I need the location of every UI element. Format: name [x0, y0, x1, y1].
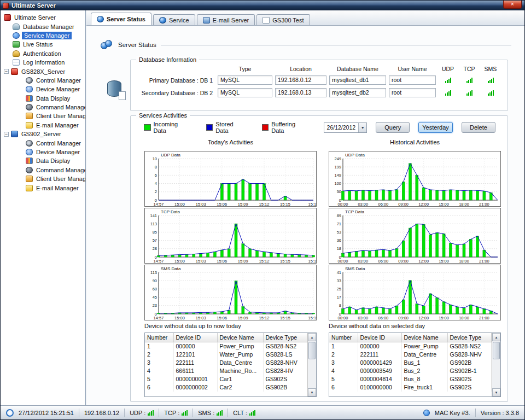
sidebar-item-data-display[interactable]: Data Display [1, 94, 85, 103]
db-location-input[interactable]: 192.168.0.13 [275, 88, 326, 97]
signal-strength-icon [148, 410, 154, 416]
db-row-1: Primary Database : DB 1MySQL192.168.0.12… [133, 75, 504, 85]
device-icon [26, 149, 33, 155]
db-user-input[interactable]: root [389, 75, 436, 85]
table-row[interactable]: 3222111Data_CentreGS828-NHV [145, 359, 307, 367]
divider [79, 409, 79, 417]
sidebar-item-e-mail-manager[interactable]: E-mail Manager [1, 121, 85, 130]
sidebar-item-device-manager[interactable]: Device Manager [1, 85, 85, 94]
table-row[interactable]: 1000000Power_PumpGS828-NS2 [145, 342, 307, 351]
db-type-input[interactable]: MySQL [218, 88, 272, 97]
table-row[interactable]: 1000000Power_PumpGS828-NS2 [329, 342, 492, 351]
sidebar-item-live-status[interactable]: Live Status [1, 40, 85, 49]
svg-text:15:06: 15:06 [217, 316, 227, 320]
scroll-thumb[interactable] [308, 342, 316, 359]
signal-strength-icon [249, 410, 255, 416]
svg-text:36: 36 [337, 238, 341, 243]
table-row[interactable]: 50000000001Car1GS902S [145, 375, 307, 383]
db-location-input[interactable]: 192.168.0.12 [275, 75, 326, 85]
sidebar-item-ultimate-server[interactable]: Ultimate Server [1, 13, 85, 22]
divider [124, 409, 125, 417]
client-icon [26, 113, 33, 119]
svg-text:15:09: 15:09 [238, 316, 248, 320]
sidebar-item-log-information[interactable]: Log Information [1, 58, 85, 67]
buffering-swatch-icon [262, 124, 269, 131]
table-row[interactable]: 60000000002Car2GS902B [145, 383, 307, 392]
close-button[interactable]: × [503, 1, 522, 9]
legend-incoming: Incoming Data [144, 121, 191, 134]
sidebar-item-database-manager[interactable]: Database Manager [1, 22, 85, 31]
sidebar-item-service-manager[interactable]: Service Manager [1, 31, 85, 40]
table-row[interactable]: 50000004814Bus_8GS902S [329, 375, 492, 383]
table-row[interactable]: 2222111Data_CentreGS828-NHV [329, 351, 492, 359]
svg-text:15:06: 15:06 [217, 259, 227, 264]
delete-button[interactable]: Delete [462, 122, 495, 133]
table-row[interactable]: 40000003549Bus_2GS902B-1 [329, 367, 492, 375]
tab-server-status[interactable]: Server Status [91, 13, 151, 25]
sidebar-item-client-user-manager[interactable]: Client User Manager [1, 112, 85, 120]
tab-e-mail-server[interactable]: E-mail Server [197, 14, 255, 25]
sidebar-item-control-manager[interactable]: Control Manager [1, 76, 85, 85]
tree-expander-icon[interactable]: − [4, 132, 9, 137]
sidebar-item-gs902-server[interactable]: −GS902_Server [1, 130, 85, 138]
sidebar-item-command-manager[interactable]: Command Manager [1, 103, 85, 112]
calendar-dropdown-icon[interactable]: ▼ [358, 123, 366, 132]
db-db-name-input[interactable]: mysqltest_db2 [329, 88, 386, 97]
sidebar-item-authentication[interactable]: Authentication [1, 49, 85, 58]
services-activities-group: Services Activities Incoming Data Stored… [130, 115, 508, 402]
table-scrollbar[interactable]: ▲▼ [307, 333, 316, 396]
db-grid: TypeLocationDatabase NameUser NameUDPTCP… [131, 60, 508, 97]
control-icon [26, 140, 33, 147]
sidebar-item-device-manager[interactable]: Device Manager [1, 148, 85, 156]
sidebar-item-label: Database Manager [22, 23, 75, 31]
scroll-up-icon[interactable]: ▲ [308, 333, 316, 341]
legend-row: Incoming Data Stored Data Buffering Data… [144, 121, 498, 133]
svg-text:03:00: 03:00 [358, 316, 368, 320]
tree-expander-icon[interactable]: − [4, 69, 9, 74]
tab-service[interactable]: Service [153, 14, 195, 25]
table-row[interactable]: 30000001429Bus_1GS902B [329, 359, 492, 367]
svg-text:15:09: 15:09 [238, 202, 248, 207]
table-row[interactable]: 2122101Water_PumpGS828-LS [145, 351, 307, 359]
divider [475, 409, 476, 417]
tab-gs300-test[interactable]: GS300 Test [256, 14, 310, 25]
svg-text:12:00: 12:00 [418, 202, 429, 207]
signal-strength-icon [466, 90, 472, 96]
scroll-up-icon[interactable]: ▲ [492, 333, 500, 341]
table-scrollbar[interactable]: ▲▼ [492, 333, 500, 396]
db-user-input[interactable]: root [389, 88, 436, 97]
db-signal-cell [439, 78, 457, 83]
tab-strip: Server StatusServiceE-mail ServerGS300 T… [86, 10, 524, 26]
today-table-caption: Device without data up to now today [144, 323, 241, 329]
sidebar-item-command-manager[interactable]: Command Manager [1, 166, 85, 174]
page-title: Server Status [118, 42, 156, 48]
signal-strength-icon [445, 78, 451, 83]
table-row[interactable]: 4666111Machine_Ro...GS828-HV [145, 367, 307, 375]
svg-text:15:03: 15:03 [196, 316, 206, 320]
sidebar-item-control-manager[interactable]: Control Manager [1, 138, 85, 147]
sidebar-item-client-user-manager[interactable]: Client User Manager [1, 174, 85, 183]
scroll-thumb[interactable] [493, 342, 500, 359]
query-button[interactable]: Query [376, 122, 410, 133]
db-db-name-input[interactable]: mysqltest_db1 [329, 75, 386, 85]
svg-text:149: 149 [334, 173, 341, 178]
yesterday-button[interactable]: Yesterday [418, 122, 453, 133]
scroll-down-icon[interactable]: ▼ [492, 388, 500, 396]
content-area: Server StatusServiceE-mail ServerGS300 T… [86, 10, 524, 405]
db-type-input[interactable]: MySQL [218, 75, 272, 85]
database-info-title: Database Information [136, 56, 199, 63]
signal-strength-icon [217, 410, 223, 416]
sidebar-item-e-mail-manager[interactable]: E-mail Manager [1, 183, 85, 192]
status-datetime: 27/12/2012 15:21:51 [19, 410, 74, 416]
svg-text:21:00: 21:00 [479, 202, 489, 207]
sidebar-item-data-display[interactable]: Data Display [1, 156, 85, 165]
svg-text:21:00: 21:00 [479, 316, 489, 320]
sidebar-item-gs828x-server[interactable]: −GS828X_Server [1, 67, 85, 75]
svg-text:15:06: 15:06 [217, 202, 227, 207]
date-picker[interactable]: 26/12/2012 ▼ [324, 122, 368, 133]
scroll-down-icon[interactable]: ▼ [308, 388, 316, 396]
status-cltsignal: CLT : [233, 410, 255, 416]
table-col-device-id: Device ID [173, 333, 217, 342]
svg-text:100: 100 [334, 181, 341, 186]
table-row[interactable]: 60100000000Fire_truck1GS902S [329, 383, 492, 392]
